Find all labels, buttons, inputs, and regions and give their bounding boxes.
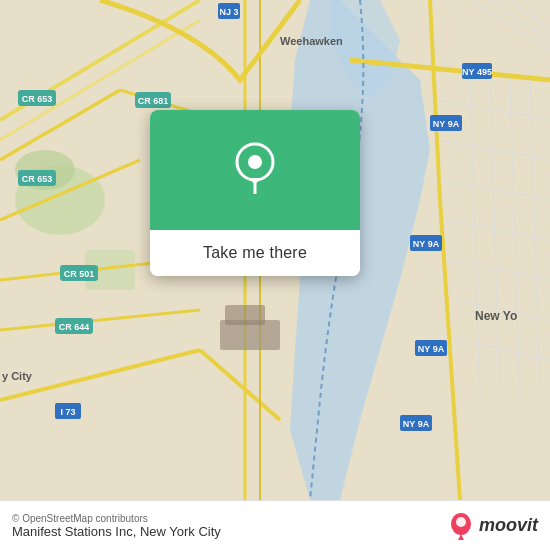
svg-text:CR 644: CR 644 bbox=[59, 322, 90, 332]
osm-attribution: © OpenStreetMap contributors bbox=[12, 513, 221, 524]
svg-text:NY 495: NY 495 bbox=[462, 67, 492, 77]
svg-text:New Yo: New Yo bbox=[475, 309, 517, 323]
svg-rect-63 bbox=[225, 305, 265, 325]
moovit-text: moovit bbox=[479, 515, 538, 536]
svg-text:CR 501: CR 501 bbox=[64, 269, 95, 279]
moovit-logo: moovit bbox=[447, 512, 538, 540]
bottom-bar: © OpenStreetMap contributors Manifest St… bbox=[0, 500, 550, 550]
svg-text:NY 9A: NY 9A bbox=[433, 119, 460, 129]
svg-text:CR 681: CR 681 bbox=[138, 96, 169, 106]
moovit-icon bbox=[447, 512, 475, 540]
location-pin-icon bbox=[229, 142, 281, 198]
map-container: Weehawken New Yo y City CR 653 CR 653 CR… bbox=[0, 0, 550, 500]
svg-text:CR 653: CR 653 bbox=[22, 174, 53, 184]
svg-text:NY 9A: NY 9A bbox=[413, 239, 440, 249]
take-me-there-button[interactable]: Take me there bbox=[150, 230, 360, 276]
svg-text:NY 9A: NY 9A bbox=[403, 419, 430, 429]
svg-text:I 73: I 73 bbox=[60, 407, 75, 417]
svg-point-67 bbox=[456, 517, 466, 527]
popup-card: Take me there bbox=[150, 110, 360, 276]
svg-text:NJ 3: NJ 3 bbox=[219, 7, 238, 17]
svg-text:y City: y City bbox=[2, 370, 33, 382]
popup-green-section bbox=[150, 110, 360, 230]
bottom-left-info: © OpenStreetMap contributors Manifest St… bbox=[12, 513, 221, 539]
svg-point-65 bbox=[248, 155, 262, 169]
svg-text:NY 9A: NY 9A bbox=[418, 344, 445, 354]
svg-text:CR 653: CR 653 bbox=[22, 94, 53, 104]
location-title: Manifest Stations Inc, New York City bbox=[12, 524, 221, 539]
svg-text:Weehawken: Weehawken bbox=[280, 35, 343, 47]
